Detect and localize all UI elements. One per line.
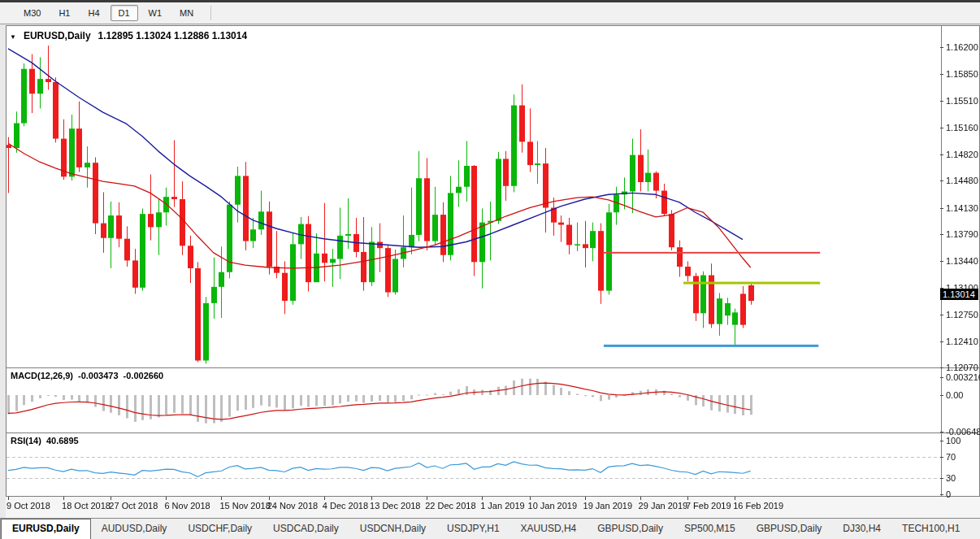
timeframe-toolbar: M30H1H4D1W1MN xyxy=(0,2,980,24)
symbol-tab-usdjpy-h1[interactable]: USDJPY,H1 xyxy=(436,519,510,539)
symbol-tab-gbpusd-daily[interactable]: GBPUSD,Daily xyxy=(587,519,674,539)
symbol-tab-usdcnh-daily[interactable]: USDCNH,Daily xyxy=(349,519,436,539)
symbol-tab-xauusd-h4[interactable]: XAUUSD,H4 xyxy=(510,519,588,539)
timeframe-button-m30[interactable]: M30 xyxy=(16,6,48,20)
symbol-tab-eurusd-daily[interactable]: EURUSD,Daily xyxy=(1,519,91,539)
symbol-tab-sp500-m15[interactable]: SP500,M15 xyxy=(674,519,746,539)
symbol-tab-usdcad-daily[interactable]: USDCAD,Daily xyxy=(262,519,349,539)
rsi-name: RSI(14) xyxy=(11,436,41,446)
timeframe-button-w1[interactable]: W1 xyxy=(141,6,170,20)
symbol-tab-audusd-daily[interactable]: AUDUSD,Daily xyxy=(91,519,178,539)
symbol-tab-gbpusd-daily[interactable]: GBPUSD,Daily xyxy=(746,519,833,539)
tab-scroll-controls: ◄► xyxy=(970,519,980,539)
rsi-value: 40.6895 xyxy=(46,436,79,446)
symbol-dropdown-icon[interactable]: ▼ xyxy=(10,33,16,41)
price-chart-panel xyxy=(6,25,980,368)
rsi-label: RSI(14) 40.6895 xyxy=(11,436,79,446)
rsi-panel xyxy=(6,433,980,497)
symbol-tab-tech100-h1[interactable]: TECH100,H1 xyxy=(891,519,970,539)
date-axis xyxy=(6,497,980,518)
timeframe-button-d1[interactable]: D1 xyxy=(111,5,138,21)
macd-label: MACD(12,26,9) -0.003473 -0.002660 xyxy=(11,371,163,380)
toolbar-divider xyxy=(210,6,211,20)
chart-symbol-label: EURUSD,Daily xyxy=(24,30,91,41)
symbol-tab-usdchf-daily[interactable]: USDCHF,Daily xyxy=(177,519,262,539)
macd-value-main: -0.003473 xyxy=(78,371,119,380)
axis-border xyxy=(941,368,942,433)
mt4-window: { "toolbar": { "timeframes": ["M30","H1"… xyxy=(0,0,980,539)
macd-value-signal: -0.002660 xyxy=(124,371,164,380)
current-price-tag: 1.13014 xyxy=(940,289,978,300)
timeframe-button-mn[interactable]: MN xyxy=(172,6,201,20)
macd-name: MACD(12,26,9) xyxy=(11,371,73,380)
chart-title: ▼ EURUSD,Daily 1.12895 1.13024 1.12886 1… xyxy=(10,30,247,41)
symbol-tab-dj30-h4[interactable]: DJ30,H4 xyxy=(832,519,891,539)
price-chart-canvas[interactable] xyxy=(7,26,940,367)
rsi-canvas[interactable] xyxy=(7,433,940,496)
timeframe-button-h4[interactable]: H4 xyxy=(80,6,106,20)
timeframe-button-h1[interactable]: H1 xyxy=(51,6,77,20)
axis-border xyxy=(941,26,942,367)
axis-border xyxy=(941,433,942,496)
chart-ohlc-values: 1.12895 1.13024 1.12886 1.13014 xyxy=(98,30,248,41)
symbol-tab-bar: EURUSD,DailyAUDUSD,DailyUSDCHF,DailyUSDC… xyxy=(0,518,980,539)
